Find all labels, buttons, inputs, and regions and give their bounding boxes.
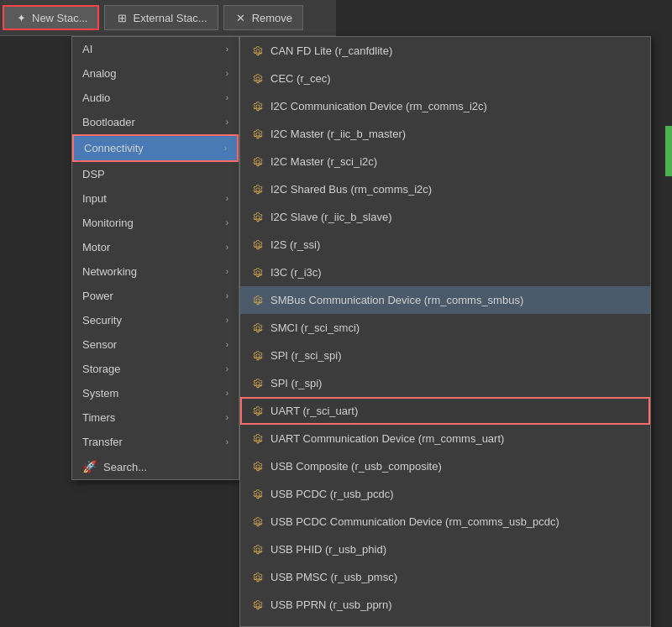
- submenu-item-label: CEC (r_cec): [270, 72, 331, 85]
- component-icon: [252, 405, 264, 417]
- component-icon: [252, 350, 264, 362]
- submenu-item-usb-pcdc-comm[interactable]: USB PCDC Communication Device (rm_comms_…: [240, 508, 650, 536]
- external-stack-button[interactable]: ⊞External Stac...: [104, 5, 218, 30]
- submenu-item-label: UART (r_sci_uart): [270, 405, 358, 417]
- submenu-item-smbus-comm-device[interactable]: SMBus Communication Device (rm_comms_smb…: [240, 286, 650, 314]
- submenu-chevron: ›: [226, 291, 228, 300]
- submenu-item-label: UART Communication Device (rm_comms_uart…: [270, 432, 504, 445]
- menu-item-dsp[interactable]: DSP: [72, 162, 239, 186]
- menu-item-motor[interactable]: Motor›: [72, 235, 239, 259]
- component-icon: [252, 489, 264, 500]
- component-icon: [252, 184, 264, 196]
- component-icon: [252, 461, 264, 473]
- submenu-item-uart-comm-device[interactable]: UART Communication Device (rm_comms_uart…: [240, 425, 650, 452]
- menu-item-bootloader[interactable]: Bootloader›: [72, 110, 239, 134]
- submenu-item-label: SPI (r_sci_spi): [270, 349, 342, 362]
- menu-item-ai[interactable]: AI›: [72, 37, 239, 61]
- menu-item-label: Input: [82, 192, 107, 205]
- menu-item-label: Audio: [82, 91, 110, 104]
- submenu-item-label: USB PMSC (r_usb_pmsc): [270, 571, 397, 583]
- menu-item-audio[interactable]: Audio›: [72, 86, 239, 110]
- scroll-indicator: [665, 126, 672, 176]
- menu-item-analog[interactable]: Analog›: [72, 61, 239, 86]
- component-icon: [252, 433, 264, 445]
- toolbar: ✦New Stac...⊞External Stac...✕Remove: [0, 0, 336, 36]
- menu-item-label: System: [82, 387, 118, 400]
- menu-item-label: Monitoring: [82, 217, 134, 229]
- menu-item-transfer[interactable]: Transfer›: [72, 430, 239, 454]
- component-icon: [252, 239, 264, 251]
- submenu-item-i2c-slave[interactable]: I2C Slave (r_iic_b_slave): [240, 203, 650, 231]
- submenu-chevron: ›: [226, 413, 228, 422]
- remove-icon: ✕: [234, 11, 248, 24]
- submenu-item-i2c-shared-bus[interactable]: I2C Shared Bus (rm_comms_i2c): [240, 175, 650, 203]
- menu-item-security[interactable]: Security›: [72, 308, 239, 332]
- submenu-chevron: ›: [226, 218, 228, 227]
- submenu-chevron: ›: [224, 144, 227, 153]
- remove-label: Remove: [252, 12, 292, 24]
- submenu-item-label: I3C (r_i3c): [270, 266, 322, 279]
- submenu-item-usb-pvnd[interactable]: USB PVND (r_usb_pvnd): [240, 619, 650, 627]
- submenu-chevron: ›: [226, 364, 228, 374]
- submenu-item-label: USB PHID (r_usb_phid): [270, 543, 386, 556]
- submenu-item-i2c-master-sci[interactable]: I2C Master (r_sci_i2c): [240, 148, 650, 175]
- submenu-item-label: I2C Master (r_iic_b_master): [270, 128, 406, 140]
- component-icon: [252, 101, 264, 112]
- submenu-chevron: ›: [226, 93, 228, 102]
- component-icon: [252, 572, 264, 583]
- menu-item-storage[interactable]: Storage›: [72, 357, 239, 381]
- menu-item-label: Bootloader: [82, 116, 135, 128]
- submenu-item-label: CAN FD Lite (r_canfdlite): [270, 44, 392, 57]
- submenu-item-spi[interactable]: SPI (r_spi): [240, 369, 650, 397]
- submenu-item-usb-pcdc[interactable]: USB PCDC (r_usb_pcdc): [240, 480, 650, 508]
- menu-item-label: Storage: [82, 363, 121, 375]
- submenu-item-i2c-master-iic[interactable]: I2C Master (r_iic_b_master): [240, 120, 650, 148]
- dropdown-menu: AI›Analog›Audio›Bootloader›Connectivity›…: [71, 36, 239, 480]
- submenu-item-i3c[interactable]: I3C (r_i3c): [240, 259, 650, 286]
- submenu-chevron: ›: [226, 118, 228, 127]
- remove-button[interactable]: ✕Remove: [223, 5, 303, 30]
- menu-item-monitoring[interactable]: Monitoring›: [72, 211, 239, 235]
- submenu-chevron: ›: [226, 340, 228, 349]
- submenu-item-usb-pprn[interactable]: USB PPRN (r_usb_pprn): [240, 591, 650, 619]
- submenu-item-label: USB PCDC (r_usb_pcdc): [270, 488, 394, 500]
- submenu-panel: CAN FD Lite (r_canfdlite) CEC (r_cec) I2…: [239, 36, 651, 627]
- submenu-item-i2s[interactable]: I2S (r_ssi): [240, 231, 650, 259]
- submenu-item-label: I2C Master (r_sci_i2c): [270, 155, 377, 168]
- component-icon: [252, 544, 264, 556]
- submenu-item-usb-phid[interactable]: USB PHID (r_usb_phid): [240, 536, 650, 563]
- submenu-chevron: ›: [226, 194, 228, 203]
- menu-item-label: Power: [82, 290, 113, 302]
- submenu-item-can-fd-lite[interactable]: CAN FD Lite (r_canfdlite): [240, 37, 650, 65]
- submenu-item-label: SPI (r_spi): [270, 377, 322, 389]
- external-stack-icon: ⊞: [115, 11, 129, 24]
- submenu-item-label: I2C Shared Bus (rm_comms_i2c): [270, 183, 432, 196]
- menu-item-system[interactable]: System›: [72, 381, 239, 405]
- menu-item-connectivity[interactable]: Connectivity›: [72, 134, 239, 162]
- submenu-item-label: SMCI (r_sci_smci): [270, 321, 360, 334]
- submenu-item-label: USB PCDC Communication Device (rm_comms_…: [270, 515, 559, 528]
- submenu-chevron: ›: [226, 267, 228, 276]
- component-icon: [252, 599, 264, 611]
- menu-item-label: DSP: [82, 168, 105, 180]
- menu-item-networking[interactable]: Networking›: [72, 259, 239, 284]
- submenu-item-smci[interactable]: SMCI (r_sci_smci): [240, 314, 650, 342]
- submenu-item-uart-sci[interactable]: UART (r_sci_uart): [240, 397, 650, 425]
- submenu-chevron: ›: [226, 69, 228, 78]
- menu-item-label: Sensor: [82, 338, 117, 351]
- menu-item-label: Transfer: [82, 436, 123, 448]
- new-stack-label: New Stac...: [32, 12, 87, 24]
- menu-item-input[interactable]: Input›: [72, 186, 239, 211]
- submenu-item-usb-composite[interactable]: USB Composite (r_usb_composite): [240, 452, 650, 480]
- submenu-item-i2c-comm-device[interactable]: I2C Communication Device (rm_comms_i2c): [240, 92, 650, 120]
- menu-item-sensor[interactable]: Sensor›: [72, 332, 239, 357]
- menu-item-timers[interactable]: Timers›: [72, 405, 239, 430]
- submenu-item-cec[interactable]: CEC (r_cec): [240, 65, 650, 92]
- search-item[interactable]: 🚀Search...: [72, 454, 239, 479]
- new-stack-button[interactable]: ✦New Stac...: [3, 5, 99, 30]
- submenu-item-spi-sci[interactable]: SPI (r_sci_spi): [240, 342, 650, 369]
- submenu-item-usb-pmsc[interactable]: USB PMSC (r_usb_pmsc): [240, 563, 650, 591]
- menu-item-power[interactable]: Power›: [72, 284, 239, 308]
- submenu-item-label: I2C Slave (r_iic_b_slave): [270, 211, 392, 223]
- menu-item-label: AI: [82, 43, 92, 55]
